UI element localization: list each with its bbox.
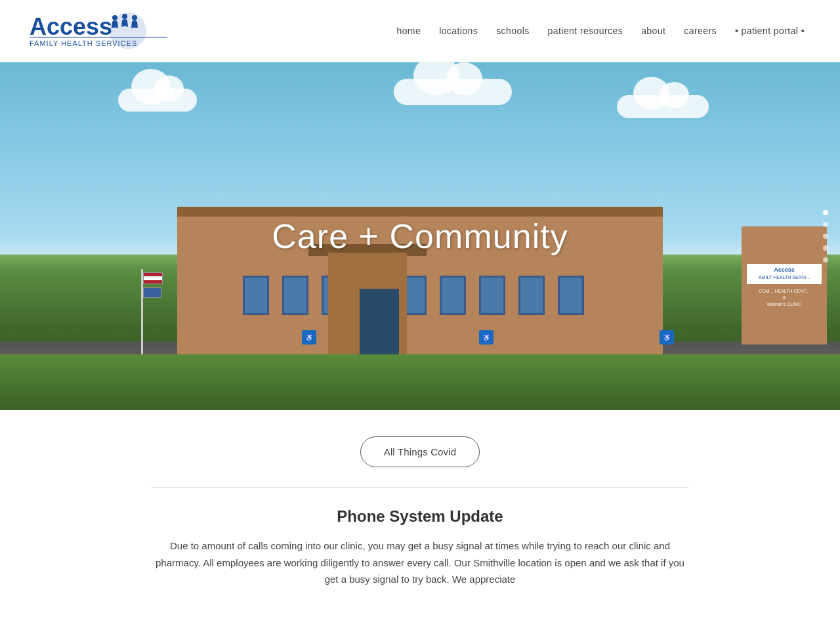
svg-point-4 <box>132 15 137 20</box>
cloud-3 <box>617 95 709 118</box>
building-window <box>479 276 505 315</box>
building-door <box>360 289 399 354</box>
site-logo[interactable]: Access FAMILY HEALTH SERVICES <box>26 10 171 52</box>
svg-text:Access: Access <box>30 13 112 40</box>
building-sign-logo: AccessAMILY HEALTH SERVI... <box>747 264 822 284</box>
cloud-1 <box>118 89 197 112</box>
hero-section: ♿ ♿ ♿ AccessAMILY HEALTH SERVI... COM...… <box>0 62 840 410</box>
building-sign-text: COM... HEALTH CENT...&Veteran's CLINIC <box>759 288 809 307</box>
logo-area: Access FAMILY HEALTH SERVICES <box>26 10 171 52</box>
cloud-2 <box>394 79 512 105</box>
building-window <box>558 276 584 315</box>
nav-patient-portal[interactable]: • patient portal • <box>726 20 814 41</box>
main-nav: home locations schools patient resources… <box>387 20 814 41</box>
slider-dot-4[interactable] <box>823 245 828 251</box>
update-section: Phone System Update Due to amount of cal… <box>151 507 689 588</box>
content-section: All Things Covid Phone System Update Due… <box>0 410 840 601</box>
section-divider <box>151 487 689 488</box>
update-text: Due to amount of calls coming into our c… <box>151 537 689 588</box>
slider-dots <box>823 210 828 262</box>
update-title: Phone System Update <box>151 507 689 526</box>
hero-headline: Care + Community <box>272 217 568 256</box>
nav-patient-resources[interactable]: patient resources <box>539 20 633 41</box>
building <box>125 184 715 354</box>
site-header: Access FAMILY HEALTH SERVICES home locat… <box>0 0 840 62</box>
svg-point-3 <box>122 14 127 19</box>
nav-schools[interactable]: schools <box>487 20 538 41</box>
covid-button[interactable]: All Things Covid <box>360 436 480 467</box>
accessibility-sign-1: ♿ <box>302 330 316 345</box>
accessibility-sign-3: ♿ <box>660 330 674 345</box>
svg-text:FAMILY HEALTH SERVICES: FAMILY HEALTH SERVICES <box>30 39 137 47</box>
slider-dot-1[interactable] <box>823 210 828 215</box>
slider-dot-2[interactable] <box>823 222 828 227</box>
nav-home[interactable]: home <box>387 20 430 41</box>
building-window <box>243 276 269 315</box>
svg-point-2 <box>112 15 117 20</box>
grass <box>0 354 840 410</box>
nav-careers[interactable]: careers <box>675 20 726 41</box>
building-sign: AccessAMILY HEALTH SERVI... COM... HEALT… <box>742 226 827 345</box>
building-window <box>440 276 466 315</box>
nav-about[interactable]: about <box>632 20 675 41</box>
us-flag <box>143 272 163 284</box>
slider-dot-3[interactable] <box>823 234 828 239</box>
slider-dot-5[interactable] <box>823 257 828 262</box>
accessibility-sign-2: ♿ <box>479 330 494 345</box>
nav-locations[interactable]: locations <box>430 20 487 41</box>
state-flag <box>143 287 161 298</box>
flag-pole <box>141 269 143 354</box>
building-window <box>282 276 308 315</box>
building-windows <box>243 276 584 315</box>
building-window <box>518 276 545 315</box>
